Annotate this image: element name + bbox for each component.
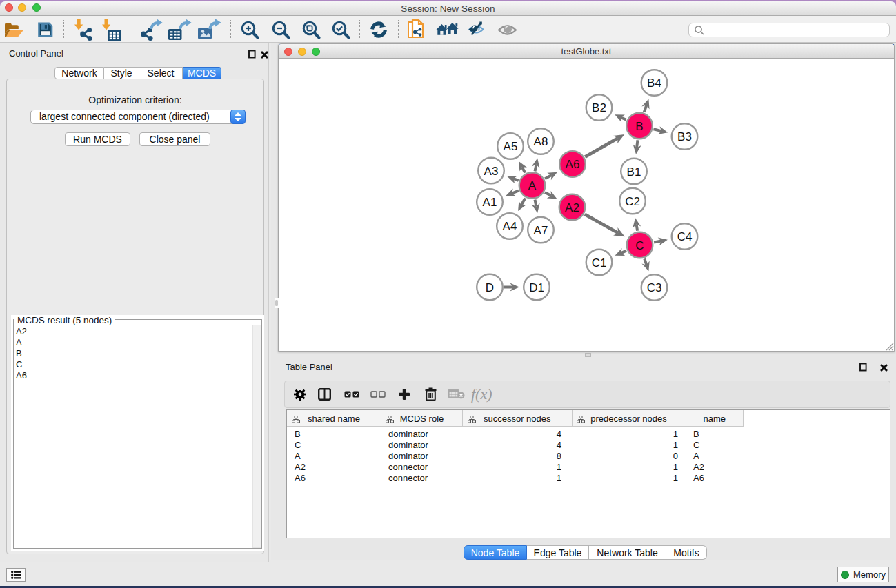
svg-text:D1: D1	[529, 281, 544, 294]
svg-text:B1: B1	[627, 165, 641, 179]
svg-text:B: B	[635, 120, 643, 133]
svg-text:A4: A4	[503, 220, 517, 233]
svg-text:A5: A5	[504, 140, 518, 153]
svg-text:B3: B3	[677, 130, 692, 143]
svg-text:C1: C1	[592, 256, 607, 270]
svg-text:A3: A3	[484, 165, 499, 178]
svg-text:A2: A2	[565, 201, 579, 214]
svg-text:A1: A1	[483, 196, 497, 209]
svg-text:A6: A6	[566, 158, 580, 171]
svg-text:C2: C2	[625, 195, 640, 208]
svg-text:D: D	[486, 281, 494, 294]
svg-text:B4: B4	[647, 77, 661, 90]
svg-text:C: C	[635, 239, 644, 252]
svg-text:B2: B2	[592, 101, 606, 114]
svg-text:C4: C4	[677, 230, 693, 243]
svg-text:A: A	[528, 179, 537, 192]
svg-text:C3: C3	[647, 281, 662, 294]
svg-text:A7: A7	[534, 224, 548, 237]
svg-text:A8: A8	[534, 135, 548, 148]
